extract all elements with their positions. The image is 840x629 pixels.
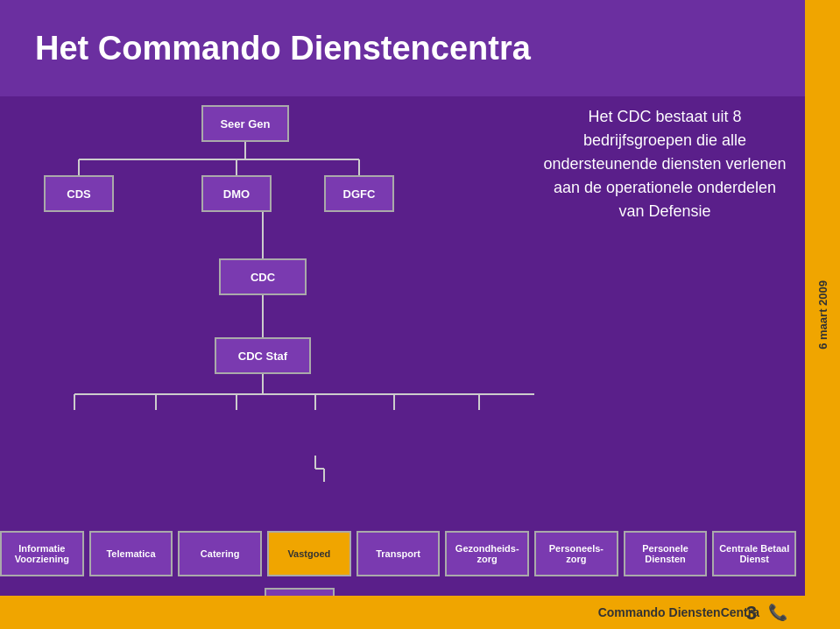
node-dmo: DMO — [201, 175, 272, 212]
main-content: Seer Gen CDS DMO DGFC CDC CDC Staf Het C… — [0, 96, 840, 629]
page-title: Het Commando Dienstencentra — [35, 30, 531, 67]
node-cdc: CDC — [219, 258, 307, 295]
node-cds: CDS — [44, 175, 114, 212]
node-cdc-staf: CDC Staf — [215, 337, 311, 374]
node-catering: Catering — [178, 531, 262, 576]
date-sidebar: 6 maart 2009 — [805, 0, 840, 629]
node-seer-gen: Seer Gen — [201, 105, 289, 142]
page-number: 3 — [746, 602, 757, 625]
node-vastgoed: Vastgoed — [267, 531, 351, 576]
description-box: Het CDC bestaat uit 8 bedrijfsgroepen di… — [542, 105, 787, 223]
node-personele-diensten: Personele Diensten — [624, 531, 708, 576]
node-transport: Transport — [356, 531, 441, 576]
node-centrale-betaal-dienst: Centrale Betaal Dienst — [712, 531, 796, 576]
node-gezondheidszorg: Gezondheids- zorg — [445, 531, 529, 576]
logo-text: Commando DienstenCentra — [598, 605, 759, 619]
phone-icon: 📞 — [768, 603, 787, 622]
bottom-bar: Commando DienstenCentra 📞 3 — [0, 596, 805, 629]
node-telematica: Telematica — [89, 531, 173, 576]
date-label: 6 maart 2009 — [816, 280, 829, 350]
org-connectors — [26, 105, 534, 561]
bottom-nodes-row: Informatie Voorziening Telematica Cateri… — [0, 531, 796, 576]
header-bar: Het Commando Dienstencentra — [0, 0, 840, 96]
node-personeelszorg: Personeels- zorg — [534, 531, 618, 576]
node-informatie-voorziening: Informatie Voorziening — [0, 531, 84, 576]
node-dgfc: DGFC — [324, 175, 394, 212]
